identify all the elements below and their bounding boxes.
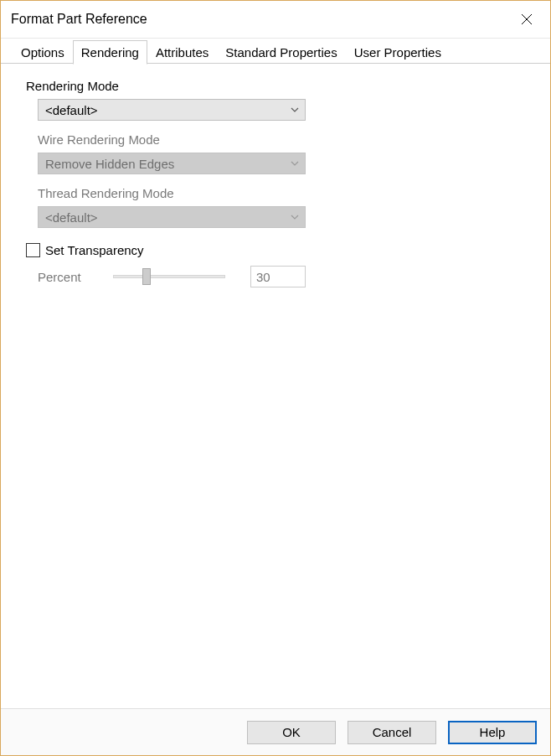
slider-track bbox=[113, 275, 225, 278]
tab-options[interactable]: Options bbox=[13, 40, 73, 64]
ok-button[interactable]: OK bbox=[247, 721, 336, 744]
set-transparency-row: Set Transparency bbox=[26, 243, 537, 257]
wire-rendering-mode-value: Remove Hidden Edges bbox=[45, 157, 174, 171]
transparency-percent-input[interactable] bbox=[250, 266, 306, 287]
close-icon bbox=[521, 13, 533, 25]
window-title: Format Part Reference bbox=[11, 12, 147, 27]
rendering-mode-combo[interactable]: <default> bbox=[38, 99, 306, 121]
thread-rendering-mode-combo: <default> bbox=[38, 206, 306, 228]
percent-label: Percent bbox=[38, 270, 88, 284]
transparency-slider[interactable] bbox=[113, 268, 225, 285]
set-transparency-label: Set Transparency bbox=[45, 243, 144, 257]
wire-rendering-mode-label: Wire Rendering Mode bbox=[38, 132, 537, 147]
tab-attributes[interactable]: Attributes bbox=[147, 40, 217, 64]
thread-rendering-mode-value: <default> bbox=[45, 210, 98, 225]
chevron-down-icon bbox=[285, 161, 305, 166]
cancel-button[interactable]: Cancel bbox=[348, 721, 436, 744]
rendering-mode-label: Rendering Mode bbox=[26, 79, 537, 93]
chevron-down-icon bbox=[285, 107, 305, 112]
tab-user-properties[interactable]: User Properties bbox=[346, 40, 450, 64]
thread-rendering-mode-label: Thread Rendering Mode bbox=[38, 186, 537, 200]
titlebar: Format Part Reference bbox=[1, 1, 550, 38]
chevron-down-icon bbox=[285, 215, 305, 220]
tab-rendering[interactable]: Rendering bbox=[73, 40, 147, 65]
tab-standard-properties[interactable]: Standard Properties bbox=[217, 40, 345, 64]
rendering-mode-value: <default> bbox=[45, 103, 98, 117]
transparency-percent-row: Percent bbox=[38, 266, 537, 287]
tab-content: Rendering Mode <default> Wire Rendering … bbox=[1, 64, 550, 708]
slider-thumb[interactable] bbox=[142, 268, 151, 285]
close-button[interactable] bbox=[515, 8, 538, 31]
help-button[interactable]: Help bbox=[448, 721, 537, 744]
wire-rendering-mode-combo: Remove Hidden Edges bbox=[38, 153, 306, 174]
dialog-footer: OK Cancel Help bbox=[1, 708, 550, 755]
set-transparency-checkbox[interactable] bbox=[26, 243, 40, 257]
tab-bar: Options Rendering Attributes Standard Pr… bbox=[1, 39, 550, 64]
